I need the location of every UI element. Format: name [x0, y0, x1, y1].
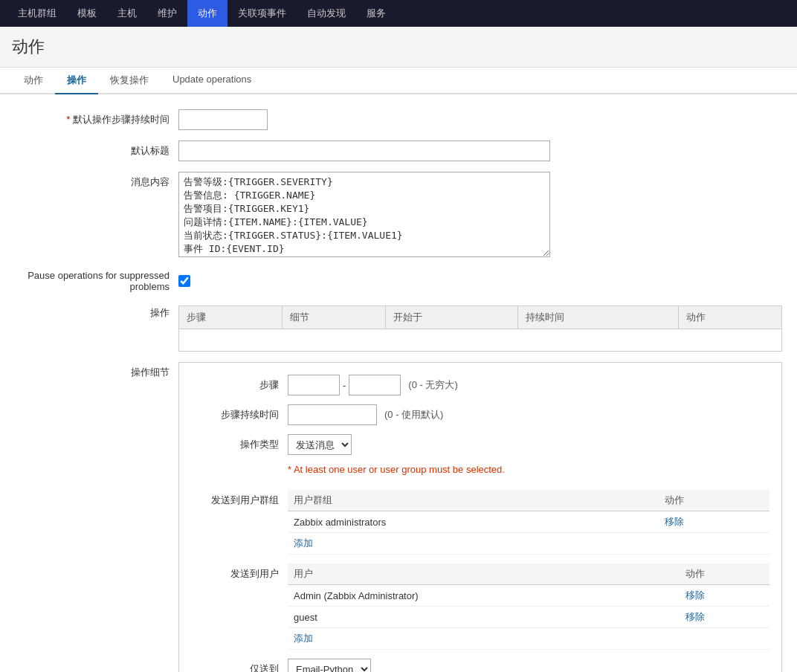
message-content-label: 消息内容 — [15, 172, 178, 189]
tab-recovery[interactable]: 恢复操作 — [98, 68, 161, 94]
step-hint: (0 - 无穷大) — [408, 378, 457, 392]
ops-col-step: 步骤 — [179, 306, 283, 329]
op-detail-content: 步骤 1 - 5 (0 - 无穷大) 步骤持续时间 — [178, 362, 782, 672]
page-title: 动作 — [12, 36, 785, 58]
only-to-select[interactable]: Email-Python — [288, 659, 371, 672]
nav-action[interactable]: 动作 — [187, 0, 228, 27]
message-content-row: 消息内容 告警等级:{TRIGGER.SEVERITY} 告警信息: {TRIG… — [15, 172, 782, 259]
step-control: 1 - 5 (0 - 无穷大) — [288, 375, 769, 395]
u-col-name: 用户 — [288, 563, 680, 585]
u-action-cell-2: 移除 — [680, 607, 769, 628]
ug-action-cell: 移除 — [659, 511, 769, 533]
nav-discovery[interactable]: 自动发现 — [297, 0, 356, 27]
only-to-row: 仅送到 Email-Python — [191, 659, 769, 672]
default-subject-label: 默认标题 — [15, 140, 178, 158]
op-type-select[interactable]: 发送消息 — [288, 434, 352, 455]
ug-add-row: 添加 — [288, 533, 769, 555]
tab-operation[interactable]: 操作 — [55, 68, 98, 94]
step-inputs: 1 - 5 (0 - 无穷大) — [288, 375, 769, 395]
ops-empty-row — [179, 329, 782, 352]
ops-col-start: 开始于 — [386, 306, 518, 329]
message-content-control: 告警等级:{TRIGGER.SEVERITY} 告警信息: {TRIGGER.N… — [178, 172, 782, 259]
ug-col-action: 动作 — [659, 490, 769, 511]
step-duration-label: 步骤持续时间 — [191, 404, 288, 421]
pause-ops-checkbox[interactable] — [178, 275, 190, 287]
step-separator: - — [343, 380, 346, 391]
u-add-cell: 添加 — [288, 628, 769, 650]
op-detail-box: 步骤 1 - 5 (0 - 无穷大) 步骤持续时间 — [178, 362, 782, 672]
step-to-input[interactable]: 5 — [349, 375, 401, 395]
u-remove-link-1[interactable]: 移除 — [685, 589, 705, 601]
message-content-input[interactable]: 告警等级:{TRIGGER.SEVERITY} 告警信息: {TRIGGER.N… — [178, 172, 550, 257]
u-col-action: 动作 — [680, 563, 769, 585]
nav-maintenance[interactable]: 维护 — [147, 0, 187, 27]
ug-col-name: 用户群组 — [288, 490, 659, 511]
user-group-control: 用户群组 动作 Zabbix administrators 移除 — [288, 490, 769, 555]
nav-event[interactable]: 关联项事件 — [228, 0, 297, 27]
nav-host[interactable]: 主机 — [107, 0, 147, 27]
ug-remove-link[interactable]: 移除 — [665, 516, 684, 527]
op-type-control: 发送消息 — [288, 434, 769, 455]
default-duration-control: 1h — [178, 109, 782, 130]
only-to-label: 仅送到 — [191, 659, 288, 672]
op-detail-label: 操作细节 — [15, 362, 178, 672]
ops-table: 步骤 细节 开始于 持续时间 动作 — [178, 306, 782, 352]
step-duration-control: 120 (0 - 使用默认) — [288, 404, 769, 425]
table-row: Admin (Zabbix Administrator) 移除 — [288, 585, 769, 607]
user-row: 发送到用户 用户 动作 Admin (Zabbix — [191, 563, 769, 650]
top-navigation: 主机群组 模板 主机 维护 动作 关联项事件 自动发现 服务 — [0, 0, 797, 27]
u-remove-link-2[interactable]: 移除 — [685, 611, 705, 622]
op-detail-section: 操作细节 步骤 1 - 5 (0 - 无穷大) — [15, 362, 782, 672]
ops-col-detail: 细节 — [283, 306, 386, 329]
u-add-row: 添加 — [288, 628, 769, 650]
nav-template[interactable]: 模板 — [67, 0, 107, 27]
u-add-link[interactable]: 添加 — [294, 633, 313, 644]
op-type-label: 操作类型 — [191, 434, 288, 451]
pause-ops-label: Pause operations for suppressed problems — [15, 270, 178, 292]
step-label: 步骤 — [191, 375, 288, 392]
step-duration-row: 步骤持续时间 120 (0 - 使用默认) — [191, 404, 769, 425]
step-duration-inputs: 120 (0 - 使用默认) — [288, 404, 769, 425]
alert-msg-row: * At least one user or user group must b… — [191, 464, 769, 481]
alert-msg-control: * At least one user or user group must b… — [288, 464, 769, 481]
op-type-row: 操作类型 发送消息 — [191, 434, 769, 455]
table-row: Zabbix administrators 移除 — [288, 511, 769, 533]
default-subject-row: 默认标题 故障{TRIGGER.STATUS},服务器:{HOSTNAME1}发… — [15, 140, 782, 161]
ug-add-link[interactable]: 添加 — [294, 537, 313, 549]
step-duration-input[interactable]: 120 — [288, 404, 377, 425]
user-table: 用户 动作 Admin (Zabbix Administrator) 移除 — [288, 563, 769, 650]
main-content: * 默认操作步骤持续时间 1h 默认标题 故障{TRIGGER.STATUS},… — [0, 94, 797, 672]
ug-add-cell: 添加 — [288, 533, 769, 555]
default-duration-input[interactable]: 1h — [178, 109, 268, 130]
default-subject-input[interactable]: 故障{TRIGGER.STATUS},服务器:{HOSTNAME1}发生.{TR… — [178, 140, 550, 161]
alert-msg-spacer — [191, 464, 288, 468]
u-name-cell-1: Admin (Zabbix Administrator) — [288, 585, 680, 607]
sub-tabs: 动作 操作 恢复操作 Update operations — [0, 68, 797, 94]
step-duration-hint: (0 - 使用默认) — [384, 408, 443, 421]
default-duration-row: * 默认操作步骤持续时间 1h — [15, 109, 782, 130]
ug-name-cell: Zabbix administrators — [288, 511, 659, 533]
default-subject-control: 故障{TRIGGER.STATUS},服务器:{HOSTNAME1}发生.{TR… — [178, 140, 782, 161]
tab-action[interactable]: 动作 — [12, 68, 55, 94]
user-group-row: 发送到用户群组 用户群组 动作 Zabbix adm — [191, 490, 769, 555]
ops-table-section: 操作 步骤 细节 开始于 持续时间 动作 — [15, 303, 782, 352]
user-group-label: 发送到用户群组 — [191, 490, 288, 507]
ops-col-duration: 持续时间 — [517, 306, 678, 329]
pause-ops-control — [178, 274, 190, 289]
nav-host-group[interactable]: 主机群组 — [7, 0, 67, 27]
alert-message: * At least one user or user group must b… — [288, 464, 769, 475]
pause-ops-row: Pause operations for suppressed problems — [15, 270, 782, 292]
step-from-input[interactable]: 1 — [288, 375, 340, 395]
user-group-table: 用户群组 动作 Zabbix administrators 移除 — [288, 490, 769, 555]
ops-table-content: 步骤 细节 开始于 持续时间 动作 — [178, 303, 782, 352]
user-control: 用户 动作 Admin (Zabbix Administrator) 移除 — [288, 563, 769, 650]
ops-col-action: 动作 — [678, 306, 781, 329]
only-to-control: Email-Python — [288, 659, 769, 672]
step-row: 步骤 1 - 5 (0 - 无穷大) — [191, 375, 769, 395]
nav-service[interactable]: 服务 — [356, 0, 396, 27]
tab-update[interactable]: Update operations — [161, 68, 263, 94]
user-label: 发送到用户 — [191, 563, 288, 581]
default-duration-label: * 默认操作步骤持续时间 — [15, 109, 178, 126]
ops-label: 操作 — [15, 303, 178, 352]
u-name-cell-2: guest — [288, 607, 680, 628]
